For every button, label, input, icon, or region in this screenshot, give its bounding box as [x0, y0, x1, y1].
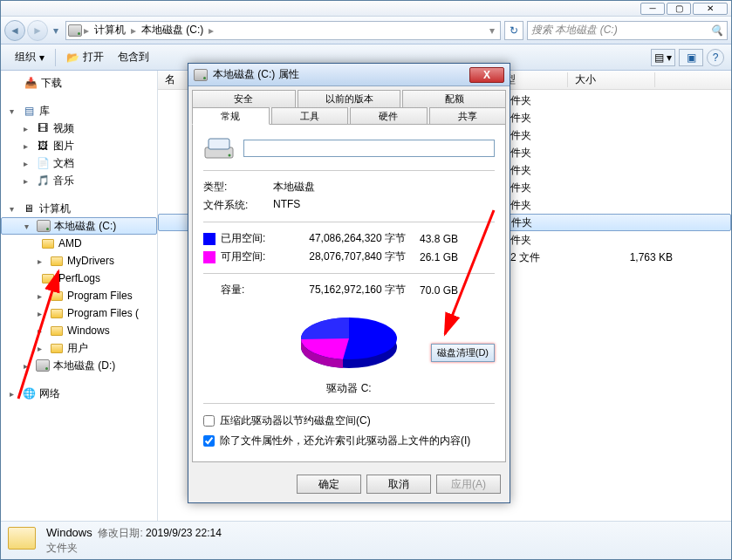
folder-icon — [50, 289, 64, 303]
dialog-body: 安全 以前的版本 配额 常规 工具 硬件 共享 类型:本地磁盘 文件系统:NTF… — [188, 86, 510, 466]
tab-general[interactable]: 常规 — [192, 107, 270, 125]
sidebar-item-amd[interactable]: AMD — [1, 235, 157, 252]
navigation-pane: 📥下载 ▾▤库 ▸🎞视频 ▸🖼图片 ▸📄文档 ▸🎵音乐 ▾🖥计算机 ▾本地磁盘 … — [1, 71, 158, 521]
free-bytes: 28,076,707,840 字节 — [284, 249, 406, 264]
collapse-icon[interactable]: ▾ — [24, 222, 33, 231]
folder-icon — [50, 306, 64, 320]
dialog-titlebar[interactable]: 本地磁盘 (C:) 属性 X — [188, 64, 510, 86]
maximize-button[interactable]: ▢ — [667, 3, 691, 15]
sidebar-item-documents[interactable]: ▸📄文档 — [1, 154, 157, 172]
drive-name-input[interactable] — [243, 140, 495, 157]
index-checkbox[interactable] — [203, 435, 215, 447]
tab-sharing[interactable]: 共享 — [429, 107, 507, 125]
pie-caption: 驱动器 C: — [203, 381, 495, 396]
view-mode-button[interactable]: ▤ ▾ — [651, 49, 675, 66]
index-label: 除了文件属性外，还允许索引此驱动器上文件的内容(I) — [220, 434, 470, 448]
col-size-header[interactable]: 大小 — [568, 72, 655, 87]
folder-icon — [41, 271, 55, 285]
details-pane: Windows 修改日期: 2019/9/23 22:14 文件夹 — [1, 521, 731, 559]
sidebar-item-users[interactable]: ▸用户 — [1, 339, 157, 357]
folder-icon — [50, 254, 64, 268]
apply-button[interactable]: 应用(A) — [436, 475, 501, 494]
capacity-label: 容量: — [221, 283, 284, 297]
properties-dialog: 本地磁盘 (C:) 属性 X 安全 以前的版本 配额 常规 工具 硬件 共享 类… — [188, 63, 510, 503]
folder-icon — [50, 324, 64, 338]
chevron-right-icon[interactable]: ▸ — [129, 24, 138, 37]
sidebar-item-progfilesx[interactable]: ▸Program Files ( — [1, 304, 157, 322]
sidebar-item-perflogs[interactable]: PerfLogs — [1, 270, 157, 287]
capacity-gb: 70.0 GB — [406, 284, 458, 297]
help-button[interactable]: ? — [707, 49, 724, 66]
sidebar-item-downloads[interactable]: 📥下载 — [1, 74, 157, 92]
history-dropdown-icon[interactable]: ▾ — [50, 22, 62, 39]
breadcrumb-dropdown-icon[interactable]: ▾ — [486, 24, 498, 37]
library-icon: ▤ — [22, 104, 36, 118]
close-button[interactable]: ✕ — [693, 3, 728, 15]
sidebar-item-computer[interactable]: ▾🖥计算机 — [1, 200, 157, 217]
tab-previous-versions[interactable]: 以前的版本 — [298, 90, 401, 107]
pictures-icon: 🖼 — [36, 139, 50, 153]
breadcrumb[interactable]: ▸ 计算机 ▸ 本地磁盘 (C:) ▸ ▾ — [65, 21, 501, 40]
open-button[interactable]: 📂 打开 — [59, 47, 111, 67]
sidebar-item-videos[interactable]: ▸🎞视频 — [1, 120, 157, 137]
refresh-button[interactable]: ↻ — [504, 21, 523, 40]
free-label: 可用空间: — [221, 249, 284, 264]
free-swatch — [203, 251, 215, 263]
sidebar-item-d-drive[interactable]: ▸本地磁盘 (D:) — [1, 357, 157, 374]
drive-icon — [37, 219, 51, 233]
downloads-icon: 📥 — [24, 76, 38, 90]
used-swatch — [203, 233, 215, 245]
ok-button[interactable]: 确定 — [297, 475, 361, 494]
breadcrumb-current[interactable]: 本地磁盘 (C:) — [138, 23, 207, 38]
details-mod-label: 修改日期: — [98, 527, 142, 539]
sidebar-item-mydrivers[interactable]: ▸MyDrivers — [1, 252, 157, 270]
back-button[interactable]: ◄ — [4, 20, 25, 41]
svg-rect-2 — [209, 139, 229, 149]
network-icon: 🌐 — [22, 386, 36, 400]
dialog-title-text: 本地磁盘 (C:) 属性 — [213, 67, 299, 82]
breadcrumb-computer[interactable]: 计算机 — [91, 23, 129, 38]
filesystem-value: NTFS — [273, 198, 495, 213]
search-icon: 🔍 — [710, 24, 723, 37]
video-icon: 🎞 — [36, 121, 50, 135]
sidebar-item-network[interactable]: ▸🌐网络 — [1, 385, 157, 402]
search-input[interactable]: 搜索 本地磁盘 (C:) 🔍 — [527, 21, 728, 40]
include-button[interactable]: 包含到 — [111, 47, 156, 67]
expand-icon[interactable]: ▾ — [10, 204, 18, 214]
organize-button[interactable]: 组织 ▾ — [8, 47, 51, 67]
sidebar-item-c-drive[interactable]: ▾本地磁盘 (C:) — [1, 217, 157, 235]
close-button[interactable]: X — [469, 67, 504, 83]
details-text: Windows 修改日期: 2019/9/23 22:14 文件夹 — [46, 526, 222, 556]
search-placeholder: 搜索 本地磁盘 (C:) — [531, 23, 618, 38]
document-icon: 📄 — [36, 156, 50, 170]
tab-hardware[interactable]: 硬件 — [350, 107, 428, 125]
filesystem-label: 文件系统: — [203, 198, 273, 213]
tab-security[interactable]: 安全 — [192, 90, 296, 107]
details-name: Windows — [46, 526, 92, 539]
dialog-footer: 确定 取消 应用(A) — [188, 466, 510, 502]
type-value: 本地磁盘 — [273, 180, 495, 195]
disk-usage-pie-chart — [203, 308, 495, 378]
minimize-button[interactable]: ─ — [640, 3, 665, 15]
drive-icon — [68, 24, 82, 38]
sidebar-item-music[interactable]: ▸🎵音乐 — [1, 172, 157, 189]
drive-big-icon — [203, 135, 235, 161]
sidebar-item-progfiles[interactable]: ▸Program Files — [1, 287, 157, 304]
sidebar-item-libraries[interactable]: ▾▤库 — [1, 102, 157, 120]
forward-button[interactable]: ► — [27, 20, 48, 41]
tab-tools[interactable]: 工具 — [271, 107, 349, 125]
compress-label: 压缩此驱动器以节约磁盘空间(C) — [220, 413, 371, 428]
chevron-right-icon[interactable]: ▸ — [207, 24, 215, 37]
cancel-button[interactable]: 取消 — [366, 475, 431, 494]
disk-cleanup-button[interactable]: 磁盘清理(D) — [431, 344, 495, 362]
preview-pane-button[interactable]: ▣ — [679, 49, 703, 66]
tab-quota[interactable]: 配额 — [402, 90, 506, 107]
chevron-right-icon[interactable]: ▸ — [82, 24, 91, 37]
compress-checkbox[interactable] — [203, 415, 215, 427]
sidebar-item-windows[interactable]: ▸Windows — [1, 322, 157, 339]
used-bytes: 47,086,264,320 字节 — [284, 231, 406, 246]
sidebar-item-pictures[interactable]: ▸🖼图片 — [1, 137, 157, 154]
expand-icon[interactable]: ▾ — [10, 106, 18, 116]
selected-item-icon — [8, 527, 36, 555]
details-mod-date: 2019/9/23 22:14 — [146, 527, 222, 539]
